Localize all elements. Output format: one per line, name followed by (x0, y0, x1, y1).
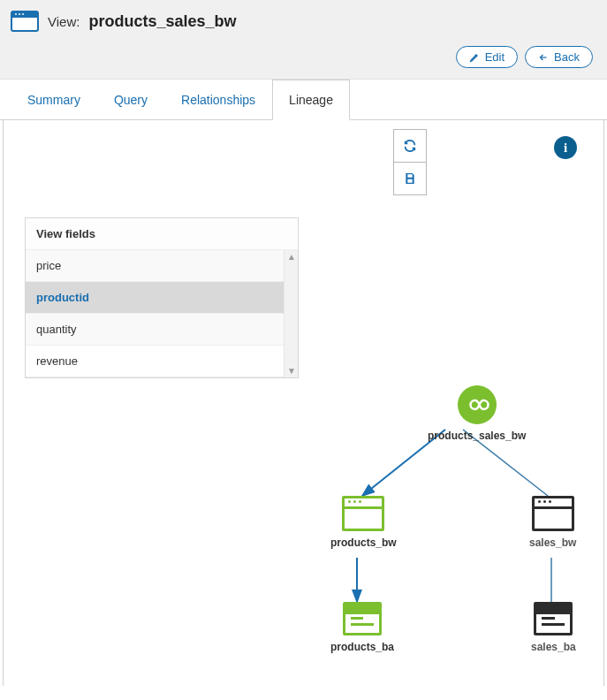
back-button[interactable]: Back (525, 46, 593, 68)
node-label: products_bw (330, 536, 397, 549)
field-label: revenue (36, 354, 78, 368)
node-label: products_ba (330, 641, 394, 653)
node-products-ba[interactable]: products_ba (330, 602, 394, 653)
view-type-label: View: (48, 14, 80, 29)
tab-label: Query (114, 93, 148, 107)
node-sales-ba[interactable]: sales_ba (531, 602, 576, 653)
node-label: products_sales_bw (428, 430, 526, 442)
tab-label: Relationships (181, 93, 255, 107)
edit-button[interactable]: Edit (456, 46, 518, 68)
tab-lineage[interactable]: Lineage (272, 80, 350, 120)
scroll-up-icon: ▲ (287, 252, 296, 262)
scroll-down-icon: ▼ (287, 366, 296, 376)
node-label: sales_ba (531, 641, 576, 653)
node-sales-bw[interactable]: sales_bw (529, 496, 576, 549)
field-row-price[interactable]: price (26, 250, 284, 282)
field-row-quantity[interactable]: quantity (26, 314, 284, 346)
view-icon (342, 496, 384, 531)
save-button[interactable] (393, 162, 427, 195)
datasource-icon (343, 602, 382, 635)
tab-label: Lineage (289, 93, 333, 107)
datasource-icon (534, 602, 573, 635)
tabs-bar: Summary Query Relationships Lineage (0, 80, 607, 120)
refresh-icon (403, 139, 417, 153)
view-fields-panel: View fields price productid quantity rev… (25, 217, 299, 378)
arrow-left-icon (538, 52, 549, 63)
tab-query[interactable]: Query (97, 80, 164, 120)
node-products-bw[interactable]: products_bw (330, 496, 397, 549)
view-name: products_sales_bw (88, 12, 236, 31)
node-products-sales-bw[interactable]: products_sales_bw (428, 385, 526, 442)
field-label: productid (36, 291, 89, 304)
svg-rect-0 (410, 174, 411, 177)
field-row-revenue[interactable]: revenue (26, 346, 284, 377)
lineage-graph[interactable]: products_sales_bw products_bw sales_bw p… (286, 385, 604, 686)
node-label: sales_bw (529, 536, 576, 549)
view-icon (532, 496, 574, 531)
tab-relationships[interactable]: Relationships (164, 80, 272, 120)
field-row-productid[interactable]: productid (26, 282, 284, 314)
view-type-icon (11, 11, 39, 32)
page-header: View: products_sales_bw Edit Back (0, 0, 607, 80)
pencil-icon (469, 52, 480, 63)
refresh-button[interactable] (393, 129, 427, 163)
save-icon (403, 171, 417, 186)
lineage-panel: i View fields price productid quantity r… (3, 120, 604, 686)
field-label: price (36, 259, 61, 272)
fields-scrollbar[interactable]: ▲ ▼ (284, 250, 298, 377)
graph-toolbar (393, 129, 427, 194)
view-fields-title: View fields (26, 218, 298, 250)
infinity-icon (458, 385, 497, 424)
tab-summary[interactable]: Summary (11, 80, 97, 120)
info-button[interactable]: i (554, 136, 577, 159)
field-label: quantity (36, 323, 77, 336)
edit-button-label: Edit (485, 50, 505, 64)
back-button-label: Back (554, 50, 580, 64)
info-icon: i (564, 141, 567, 156)
tab-label: Summary (27, 93, 80, 107)
